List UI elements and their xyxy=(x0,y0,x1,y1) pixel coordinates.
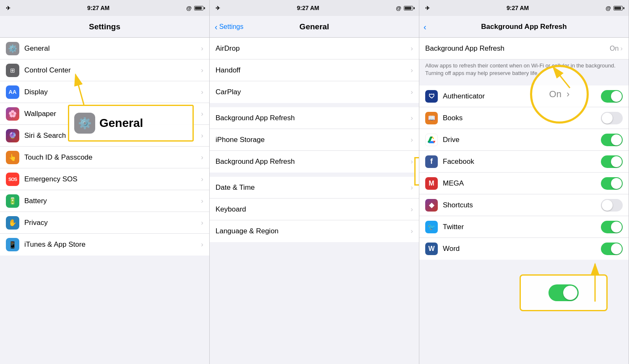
siri-chevron: › xyxy=(201,132,203,140)
airplane-icon-3: ✈ xyxy=(425,5,430,11)
back-button-3[interactable]: ‹ xyxy=(424,23,426,31)
touchid-chevron: › xyxy=(201,153,203,162)
drive-svg xyxy=(428,137,435,143)
appstore-label: iTunes & App Store xyxy=(24,240,201,249)
iphone-storage-item[interactable]: iPhone Storage › xyxy=(210,129,419,151)
status-time-1: 9:27 AM xyxy=(87,5,109,11)
handoff-chevron: › xyxy=(411,66,413,75)
app-list: 🛡 Authenticator 📖 Books Drive xyxy=(419,85,629,260)
control-center-icon: ⊞ xyxy=(6,64,19,77)
airdrop-item[interactable]: AirDrop › xyxy=(210,38,419,59)
settings-item-siri[interactable]: 🔮 Siri & Search › xyxy=(0,125,209,147)
settings-item-touchid[interactable]: 👆 Touch ID & Passcode › xyxy=(0,147,209,168)
datetime-item[interactable]: Date & Time › xyxy=(210,177,419,199)
wallpaper-icon: 🌸 xyxy=(6,107,19,121)
general-section-3: Date & Time › Keyboard › Language & Regi… xyxy=(210,177,419,242)
status-time-3: 9:27 AM xyxy=(507,5,529,11)
bg-refresh-label-1: Background App Refresh xyxy=(216,114,411,122)
touchid-icon: 👆 xyxy=(6,151,19,164)
facebook-toggle[interactable] xyxy=(601,155,623,168)
wallpaper-chevron: › xyxy=(201,110,203,118)
app-item-drive: Drive xyxy=(419,129,629,151)
siri-label: Siri & Search xyxy=(24,132,201,140)
battery-icon-1 xyxy=(194,6,203,10)
general-panel: ✈ 9:27 AM @ ‹ Settings General AirDrop ›… xyxy=(210,0,419,364)
settings-item-privacy[interactable]: ✋ Privacy › xyxy=(0,212,209,234)
mega-label: MEGA xyxy=(443,179,601,188)
settings-item-wallpaper[interactable]: 🌸 Wallpaper › xyxy=(0,103,209,125)
books-icon: 📖 xyxy=(425,112,438,124)
wallpaper-label: Wallpaper xyxy=(24,110,201,118)
app-item-facebook: f Facebook xyxy=(419,151,629,173)
bg-refresh-top-value: On xyxy=(610,45,619,52)
status-time-2: 9:27 AM xyxy=(297,5,319,11)
back-chevron-3: ‹ xyxy=(424,23,426,31)
carplay-item[interactable]: CarPlay › xyxy=(210,81,419,103)
language-item[interactable]: Language & Region › xyxy=(210,220,419,242)
handoff-label: Handoff xyxy=(216,66,411,75)
settings-item-control-center[interactable]: ⊞ Control Center › xyxy=(0,59,209,81)
control-center-label: Control Center xyxy=(24,66,201,75)
general-icon: ⚙️ xyxy=(6,42,19,55)
sos-chevron: › xyxy=(201,175,203,183)
app-item-books: 📖 Books xyxy=(419,107,629,129)
shortcuts-label: Shortcuts xyxy=(443,201,601,209)
iphone-storage-chevron: › xyxy=(411,136,413,144)
language-chevron: › xyxy=(411,227,413,235)
settings-item-general[interactable]: ⚙️ General › xyxy=(0,38,209,59)
app-item-mega: M MEGA xyxy=(419,173,629,194)
facebook-label: Facebook xyxy=(443,157,601,166)
shortcuts-toggle[interactable] xyxy=(601,199,623,212)
annotation-toggle-box xyxy=(520,274,608,311)
appstore-chevron: › xyxy=(201,240,203,249)
bg-refresh-top-label: Background App Refresh xyxy=(425,44,610,53)
datetime-chevron: › xyxy=(411,183,413,192)
settings-item-display[interactable]: AA Display › xyxy=(0,81,209,103)
display-icon: AA xyxy=(6,85,19,99)
display-chevron: › xyxy=(201,88,203,96)
app-item-shortcuts: ◆ Shortcuts xyxy=(419,194,629,216)
word-icon: W xyxy=(425,243,438,255)
airplane-icon-1: ✈ xyxy=(6,5,10,11)
status-bar-1: ✈ 9:27 AM @ xyxy=(0,0,209,16)
settings-item-sos[interactable]: SOS Emergency SOS › xyxy=(0,168,209,190)
battery-icon-2 xyxy=(404,6,413,10)
display-label: Display xyxy=(24,88,201,96)
battery-icon-3 xyxy=(613,6,623,10)
back-button-2[interactable]: ‹ Settings xyxy=(215,23,243,31)
nav-title-2: General xyxy=(299,22,329,31)
general-section-1: AirDrop › Handoff › CarPlay › xyxy=(210,38,419,103)
nav-bar-1: Settings xyxy=(0,16,209,38)
battery-label: Battery xyxy=(24,197,201,205)
mega-toggle[interactable] xyxy=(601,177,623,190)
bg-refresh-chevron-2: › xyxy=(411,157,413,166)
books-toggle[interactable] xyxy=(601,112,623,124)
keyboard-chevron: › xyxy=(411,205,413,214)
status-left-1: ✈ xyxy=(6,5,10,11)
privacy-label: Privacy xyxy=(24,219,201,227)
handoff-item[interactable]: Handoff › xyxy=(210,59,419,81)
settings-item-battery[interactable]: 🔋 Battery › xyxy=(0,190,209,212)
bg-refresh-top-row[interactable]: Background App Refresh On › xyxy=(419,38,629,59)
carplay-label: CarPlay xyxy=(216,88,411,96)
status-right-1: @ xyxy=(186,5,203,11)
drive-icon xyxy=(425,134,438,146)
keyboard-label: Keyboard xyxy=(216,205,411,214)
drive-label: Drive xyxy=(443,136,601,144)
settings-item-appstore[interactable]: 📱 iTunes & App Store › xyxy=(0,234,209,256)
authenticator-toggle[interactable] xyxy=(601,90,623,103)
general-label: General xyxy=(24,44,201,53)
status-right-2: @ xyxy=(396,5,413,11)
keyboard-item[interactable]: Keyboard › xyxy=(210,199,419,220)
bg-refresh-chevron-1: › xyxy=(411,114,413,122)
word-toggle[interactable] xyxy=(601,243,623,255)
settings-list: ⚙️ General › ⊞ Control Center › AA Displ… xyxy=(0,38,209,256)
nav-bar-3: ‹ Background App Refresh xyxy=(419,16,629,38)
nav-bar-2: ‹ Settings General xyxy=(210,16,419,38)
bg-refresh-label-2: Background App Refresh xyxy=(216,157,411,166)
appstore-icon: 📱 xyxy=(6,238,19,251)
twitter-toggle[interactable] xyxy=(601,221,623,233)
bg-refresh-item-2[interactable]: Background App Refresh › xyxy=(210,151,419,173)
bg-refresh-item-1[interactable]: Background App Refresh › xyxy=(210,107,419,129)
drive-toggle[interactable] xyxy=(601,134,623,146)
